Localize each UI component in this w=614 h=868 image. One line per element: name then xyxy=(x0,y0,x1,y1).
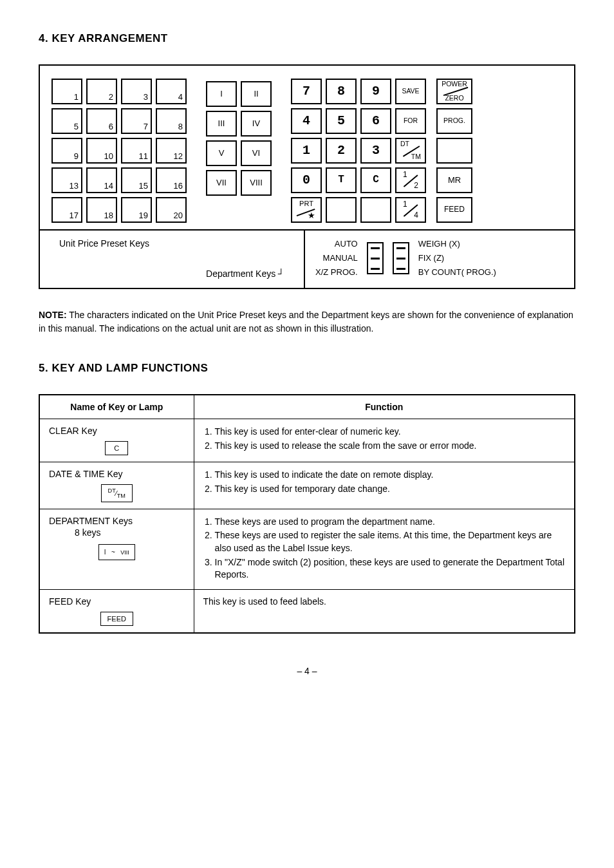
prt-star-key[interactable]: PRT★ xyxy=(291,197,322,223)
preset-key-8[interactable]: 8 xyxy=(156,108,187,134)
preset-key-9[interactable]: 9 xyxy=(51,138,82,164)
dept-key-7[interactable]: VII xyxy=(206,170,237,196)
num-key-2[interactable]: 2 xyxy=(326,138,357,164)
function-key-column: POWERZERO PROG. MR FEED xyxy=(436,79,472,223)
keycap-feed: FEED xyxy=(100,612,133,626)
fn-text: These keys are used to register the sale… xyxy=(215,529,566,554)
preset-key-19[interactable]: 19 xyxy=(121,197,152,223)
fn-text: This key is used to release the scale fr… xyxy=(215,440,566,453)
switch2-label-bycount: BY COUNT( PROG.) xyxy=(418,267,496,278)
mr-key[interactable]: MR xyxy=(436,167,472,193)
preset-key-10[interactable]: 10 xyxy=(86,138,117,164)
dept-key-4[interactable]: IV xyxy=(241,111,272,137)
power-zero-key[interactable]: POWERZERO xyxy=(436,79,472,104)
preset-key-6[interactable]: 6 xyxy=(86,108,117,134)
section5-heading: 5. KEY AND LAMP FUNCTIONS xyxy=(39,362,575,375)
switch2-label-fix: FIX (Z) xyxy=(418,252,444,264)
mode-switch-1[interactable] xyxy=(367,242,384,274)
keycap-dttm: DT∕TM xyxy=(101,484,133,502)
preset-key-5[interactable]: 5 xyxy=(51,108,82,134)
num-key-4[interactable]: 4 xyxy=(291,108,322,134)
table-row: CLEAR Key C This key is used for enter-c… xyxy=(39,419,575,462)
preset-key-11[interactable]: 11 xyxy=(121,138,152,164)
name-clear-key: CLEAR Key xyxy=(49,426,185,436)
table-header-function: Function xyxy=(194,395,575,419)
num-key-1[interactable]: 1 xyxy=(291,138,322,164)
page-number: – 4 – xyxy=(39,666,575,676)
num-key-9[interactable]: 9 xyxy=(360,79,391,104)
table-row: FEED Key FEED This key is used to feed l… xyxy=(39,589,575,633)
num-key-8[interactable]: 8 xyxy=(326,79,357,104)
switch1-label-manual: MANUAL xyxy=(323,252,358,264)
table-row: DATE & TIME Key DT∕TM This key is used t… xyxy=(39,462,575,509)
num-key-5[interactable]: 5 xyxy=(326,108,357,134)
fn-text: In "X/Z" mode switch (2) position, these… xyxy=(215,556,566,581)
preset-key-3[interactable]: 3 xyxy=(121,79,152,104)
numeric-keypad: 7 8 9 SAVE 4 5 6 FOR 1 2 3 DTTM 0 T C 12 xyxy=(291,79,426,223)
name-department-keys: DEPARTMENT Keys xyxy=(49,516,185,526)
department-keys: I II III IV V VI VII VIII xyxy=(206,81,272,196)
preset-key-13[interactable]: 13 xyxy=(51,167,82,193)
legend-row: Unit Price Preset Keys Department Keys ┘… xyxy=(40,229,574,288)
preset-key-18[interactable]: 18 xyxy=(86,197,117,223)
note-paragraph: NOTE: The characters indicated on the Un… xyxy=(39,308,575,336)
preset-key-4[interactable]: 4 xyxy=(156,79,187,104)
preset-key-7[interactable]: 7 xyxy=(121,108,152,134)
blank-key-1[interactable] xyxy=(326,197,357,223)
department-keys-legend: Department Keys ┘ xyxy=(59,269,297,279)
table-header-name: Name of Key or Lamp xyxy=(39,395,194,419)
blank-key-2[interactable] xyxy=(360,197,391,223)
note-label: NOTE: xyxy=(39,310,67,320)
unit-price-legend: Unit Price Preset Keys xyxy=(59,238,297,249)
dept-key-1[interactable]: I xyxy=(206,81,237,107)
table-row: DEPARTMENT Keys 8 keys I ~ VIII These ke… xyxy=(39,509,575,589)
keycap-dept-range: I ~ VIII xyxy=(98,544,135,560)
preset-key-1[interactable]: 1 xyxy=(51,79,82,104)
num-key-3[interactable]: 3 xyxy=(360,138,391,164)
num-key-6[interactable]: 6 xyxy=(360,108,391,134)
dept-key-5[interactable]: V xyxy=(206,140,237,166)
switch1-label-xz: X/Z PROG. xyxy=(315,267,358,278)
keycap-c: C xyxy=(105,441,128,455)
preset-key-12[interactable]: 12 xyxy=(156,138,187,164)
fn-text: This key is used for temporary date chan… xyxy=(215,483,566,496)
switch1-label-auto: AUTO xyxy=(335,238,358,250)
dept-key-2[interactable]: II xyxy=(241,81,272,107)
for-key[interactable]: FOR xyxy=(395,108,426,134)
unit-price-preset-keys: 1 2 3 4 5 6 7 8 9 10 11 12 13 14 15 16 1… xyxy=(51,79,187,223)
name-dt-tm-key: DATE & TIME Key xyxy=(49,469,185,479)
num-key-7[interactable]: 7 xyxy=(291,79,322,104)
switch2-label-weigh: WEIGH (X) xyxy=(418,238,460,250)
preset-key-15[interactable]: 15 xyxy=(121,167,152,193)
dept-key-8[interactable]: VIII xyxy=(241,170,272,196)
dept-key-3[interactable]: III xyxy=(206,111,237,137)
fn-text: This key is used to feed labels. xyxy=(194,589,575,633)
section4-heading: 4. KEY ARRANGEMENT xyxy=(39,32,575,45)
c-key[interactable]: C xyxy=(360,167,391,193)
key-lamp-function-table: Name of Key or Lamp Function CLEAR Key C… xyxy=(39,394,575,634)
num-key-0[interactable]: 0 xyxy=(291,167,322,193)
note-text: The characters indicated on the Unit Pri… xyxy=(39,310,573,334)
dt-tm-key[interactable]: DTTM xyxy=(395,138,426,164)
t-key[interactable]: T xyxy=(326,167,357,193)
sub-8-keys: 8 keys xyxy=(75,527,185,538)
half-key[interactable]: 12 xyxy=(395,167,426,193)
name-feed-key: FEED Key xyxy=(49,596,185,607)
quarter-key[interactable]: 14 xyxy=(395,197,426,223)
save-key[interactable]: SAVE xyxy=(395,79,426,104)
prog-key[interactable]: PROG. xyxy=(436,108,472,134)
preset-key-16[interactable]: 16 xyxy=(156,167,187,193)
preset-key-2[interactable]: 2 xyxy=(86,79,117,104)
fn-text: This key is used to indicate the date on… xyxy=(215,469,566,482)
mode-switch-2[interactable] xyxy=(393,242,409,274)
dept-key-6[interactable]: VI xyxy=(241,140,272,166)
preset-key-20[interactable]: 20 xyxy=(156,197,187,223)
fn-text: These keys are used to program the depar… xyxy=(215,516,566,529)
fn-text: This key is used for enter-clear of nume… xyxy=(215,426,566,439)
preset-key-14[interactable]: 14 xyxy=(86,167,117,193)
feed-key[interactable]: FEED xyxy=(436,197,472,223)
key-arrangement-figure: 1 2 3 4 5 6 7 8 9 10 11 12 13 14 15 16 1… xyxy=(39,64,575,289)
blank-key-3[interactable] xyxy=(436,138,472,164)
preset-key-17[interactable]: 17 xyxy=(51,197,82,223)
